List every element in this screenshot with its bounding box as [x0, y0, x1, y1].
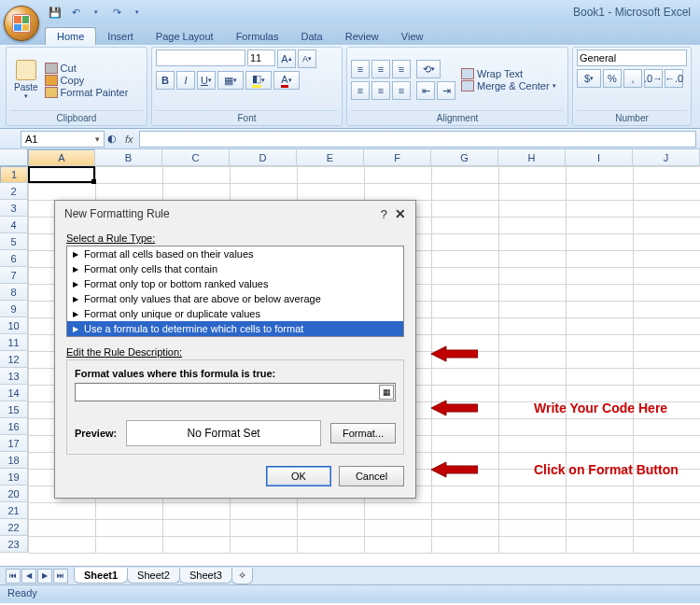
increase-indent-button[interactable]: ⇥: [437, 81, 455, 100]
dialog-help-icon[interactable]: ?: [381, 207, 387, 221]
italic-button[interactable]: I: [176, 71, 195, 90]
decrease-decimal-button[interactable]: ←.0: [665, 69, 683, 88]
sheet-nav-last[interactable]: ⏭: [53, 569, 68, 584]
col-header-f[interactable]: F: [364, 149, 431, 166]
row-header-15[interactable]: 15: [0, 401, 28, 418]
bold-button[interactable]: B: [156, 71, 175, 90]
font-color-button[interactable]: A▾: [273, 71, 300, 90]
increase-decimal-button[interactable]: .0→: [644, 69, 663, 88]
grow-font-button[interactable]: A▴: [277, 49, 296, 68]
undo-icon[interactable]: ↶: [67, 4, 84, 21]
row-header-2[interactable]: 2: [0, 183, 28, 200]
tab-formulas[interactable]: Formulas: [225, 28, 290, 45]
orientation-button[interactable]: ⟲▾: [416, 60, 441, 78]
row-header-10[interactable]: 10: [0, 317, 28, 334]
fx-icon[interactable]: fx: [125, 134, 133, 145]
rule-type-item-1[interactable]: ▶Format only cells that contain: [67, 261, 403, 276]
formula-bar[interactable]: [139, 131, 696, 148]
rule-type-item-2[interactable]: ▶Format only top or bottom ranked values: [67, 276, 403, 291]
underline-button[interactable]: U▾: [197, 71, 216, 90]
fill-color-button[interactable]: ◧▾: [245, 71, 272, 90]
number-format-select[interactable]: [577, 49, 687, 66]
col-header-e[interactable]: E: [297, 149, 364, 166]
row-header-21[interactable]: 21: [0, 502, 28, 519]
row-header-20[interactable]: 20: [0, 485, 28, 502]
formula-input[interactable]: [75, 383, 396, 401]
cancel-formula-icon[interactable]: ◐: [105, 130, 119, 148]
col-header-c[interactable]: C: [162, 149, 230, 166]
tab-view[interactable]: View: [390, 28, 435, 45]
col-header-g[interactable]: G: [431, 149, 498, 166]
shrink-font-button[interactable]: A▾: [298, 49, 316, 68]
row-header-1[interactable]: 1: [0, 166, 28, 183]
tab-page-layout[interactable]: Page Layout: [145, 28, 225, 45]
name-box[interactable]: A1: [21, 131, 105, 148]
office-button[interactable]: [4, 6, 39, 41]
qat-customize-icon[interactable]: ▾: [129, 4, 146, 21]
row-header-17[interactable]: 17: [0, 435, 28, 452]
cancel-button[interactable]: Cancel: [339, 466, 404, 486]
rule-type-item-4[interactable]: ▶Format only unique or duplicate values: [67, 306, 403, 321]
align-center-button[interactable]: ≡: [371, 81, 390, 100]
rule-type-item-0[interactable]: ▶Format all cells based on their values: [67, 246, 403, 261]
font-size-select[interactable]: [247, 49, 275, 66]
col-header-a[interactable]: A: [28, 149, 95, 166]
paste-button[interactable]: Paste▾: [10, 58, 42, 102]
save-icon[interactable]: 💾: [47, 4, 63, 21]
row-header-23[interactable]: 23: [0, 536, 28, 553]
row-header-18[interactable]: 18: [0, 452, 28, 469]
rule-type-item-5[interactable]: ▶Use a formula to determine which cells …: [67, 321, 403, 336]
new-sheet-button[interactable]: ✧: [231, 568, 253, 584]
dialog-close-icon[interactable]: ✕: [395, 206, 406, 221]
currency-button[interactable]: $▾: [577, 69, 601, 88]
row-header-19[interactable]: 19: [0, 469, 28, 485]
sheet-tab-2[interactable]: Sheet2: [127, 568, 180, 584]
wrap-text-button[interactable]: Wrap Text: [461, 68, 556, 79]
cut-button[interactable]: Cut: [45, 63, 129, 74]
col-header-h[interactable]: H: [498, 149, 566, 166]
sheet-nav-first[interactable]: ⏮: [6, 569, 21, 584]
row-header-12[interactable]: 12: [0, 351, 28, 368]
sheet-nav-next[interactable]: ▶: [37, 569, 52, 584]
row-header-4[interactable]: 4: [0, 217, 28, 233]
tab-review[interactable]: Review: [334, 28, 390, 45]
rule-type-list[interactable]: ▶Format all cells based on their values▶…: [66, 246, 404, 337]
row-header-13[interactable]: 13: [0, 368, 28, 385]
ok-button[interactable]: OK: [266, 466, 331, 486]
col-header-i[interactable]: I: [566, 149, 633, 166]
undo-dropdown-icon[interactable]: ▾: [88, 4, 105, 21]
active-cell-a1[interactable]: [28, 166, 95, 183]
row-header-6[interactable]: 6: [0, 250, 28, 267]
col-header-d[interactable]: D: [230, 149, 297, 166]
format-button[interactable]: Format...: [330, 423, 396, 443]
align-right-button[interactable]: ≡: [392, 81, 411, 100]
range-selector-icon[interactable]: ▦: [379, 385, 394, 400]
select-all-corner[interactable]: [0, 149, 28, 166]
align-middle-button[interactable]: ≡: [371, 60, 390, 78]
col-header-j[interactable]: J: [633, 149, 700, 166]
sheet-tab-1[interactable]: Sheet1: [74, 568, 128, 584]
percent-button[interactable]: %: [603, 69, 622, 88]
tab-home[interactable]: Home: [45, 27, 96, 45]
dialog-titlebar[interactable]: New Formatting Rule ? ✕: [55, 201, 415, 227]
row-header-9[interactable]: 9: [0, 301, 28, 317]
decrease-indent-button[interactable]: ⇤: [416, 81, 435, 100]
row-header-8[interactable]: 8: [0, 284, 28, 301]
comma-button[interactable]: ,: [623, 69, 642, 88]
align-top-button[interactable]: ≡: [351, 60, 370, 78]
format-painter-button[interactable]: Format Painter: [45, 87, 129, 98]
tab-data[interactable]: Data: [289, 28, 333, 45]
rule-type-item-3[interactable]: ▶Format only values that are above or be…: [67, 291, 403, 306]
align-bottom-button[interactable]: ≡: [392, 60, 411, 78]
col-header-b[interactable]: B: [95, 149, 162, 166]
sheet-tab-3[interactable]: Sheet3: [179, 568, 232, 584]
row-header-16[interactable]: 16: [0, 418, 28, 435]
copy-button[interactable]: Copy: [45, 75, 129, 86]
row-header-7[interactable]: 7: [0, 267, 28, 284]
redo-icon[interactable]: ↷: [108, 4, 125, 21]
align-left-button[interactable]: ≡: [351, 81, 370, 100]
row-header-22[interactable]: 22: [0, 519, 28, 536]
tab-insert[interactable]: Insert: [96, 28, 145, 45]
sheet-nav-prev[interactable]: ◀: [21, 569, 36, 584]
row-header-5[interactable]: 5: [0, 233, 28, 250]
